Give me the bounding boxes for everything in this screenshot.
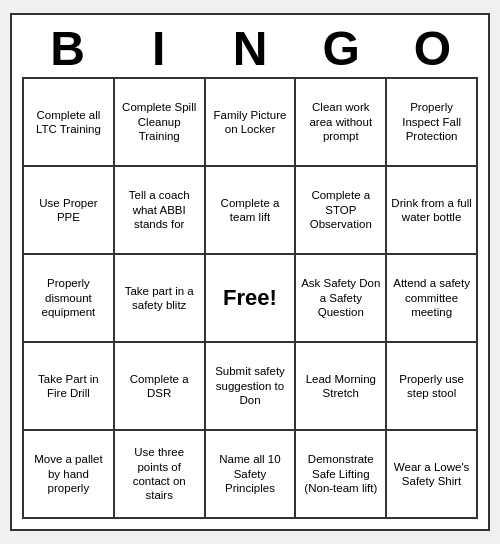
bingo-letter-O: O (388, 25, 476, 73)
cell-0[interactable]: Complete all LTC Training (24, 79, 115, 167)
cell-10[interactable]: Properly dismount equipment (24, 255, 115, 343)
cell-6[interactable]: Tell a coach what ABBI stands for (115, 167, 206, 255)
bingo-letter-N: N (206, 25, 294, 73)
cell-13[interactable]: Ask Safety Don a Safety Question (296, 255, 387, 343)
cell-19[interactable]: Properly use step stool (387, 343, 478, 431)
cell-24[interactable]: Wear a Lowe's Safety Shirt (387, 431, 478, 519)
bingo-card: BINGO Complete all LTC TrainingComplete … (10, 13, 490, 531)
cell-18[interactable]: Lead Morning Stretch (296, 343, 387, 431)
cell-3[interactable]: Clean work area without prompt (296, 79, 387, 167)
cell-21[interactable]: Use three points of contact on stairs (115, 431, 206, 519)
cell-20[interactable]: Move a pallet by hand properly (24, 431, 115, 519)
cell-14[interactable]: Attend a safety committee meeting (387, 255, 478, 343)
cell-16[interactable]: Complete a DSR (115, 343, 206, 431)
cell-8[interactable]: Complete a STOP Observation (296, 167, 387, 255)
cell-11[interactable]: Take part in a safety blitz (115, 255, 206, 343)
bingo-letter-B: B (24, 25, 112, 73)
cell-1[interactable]: Complete Spill Cleanup Training (115, 79, 206, 167)
cell-2[interactable]: Family Picture on Locker (206, 79, 297, 167)
cell-7[interactable]: Complete a team lift (206, 167, 297, 255)
free-cell[interactable]: Free! (206, 255, 297, 343)
cell-4[interactable]: Properly Inspect Fall Protection (387, 79, 478, 167)
bingo-letter-I: I (115, 25, 203, 73)
cell-17[interactable]: Submit safety suggestion to Don (206, 343, 297, 431)
cell-22[interactable]: Name all 10 Safety Principles (206, 431, 297, 519)
cell-23[interactable]: Demonstrate Safe Lifting (Non-team lift) (296, 431, 387, 519)
bingo-grid: Complete all LTC TrainingComplete Spill … (22, 77, 478, 519)
bingo-letter-G: G (297, 25, 385, 73)
cell-15[interactable]: Take Part in Fire Drill (24, 343, 115, 431)
bingo-header: BINGO (22, 25, 478, 73)
cell-5[interactable]: Use Proper PPE (24, 167, 115, 255)
cell-9[interactable]: Drink from a full water bottle (387, 167, 478, 255)
